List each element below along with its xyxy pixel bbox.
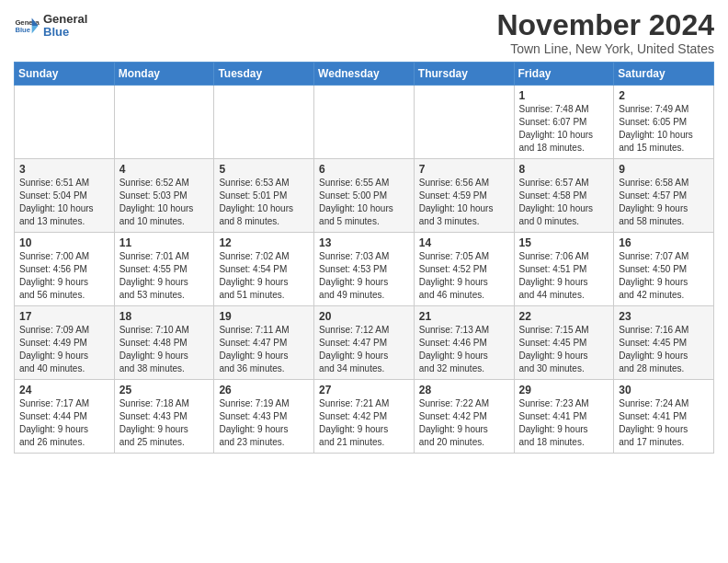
day-info: Sunrise: 7:01 AMSunset: 4:55 PMDaylight:… xyxy=(119,250,210,302)
weekday-header: Sunday xyxy=(15,63,115,86)
day-number: 26 xyxy=(219,384,309,396)
calendar-cell: 1Sunrise: 7:48 AMSunset: 6:07 PMDaylight… xyxy=(514,86,614,159)
calendar-cell: 24Sunrise: 7:17 AMSunset: 4:44 PMDayligh… xyxy=(15,380,115,454)
calendar-cell: 9Sunrise: 6:58 AMSunset: 4:57 PMDaylight… xyxy=(614,159,714,233)
day-number: 13 xyxy=(319,236,409,249)
day-number: 1 xyxy=(519,89,609,102)
calendar-header-row: SundayMondayTuesdayWednesdayThursdayFrid… xyxy=(15,63,714,86)
day-number: 6 xyxy=(319,163,409,176)
day-number: 10 xyxy=(19,236,109,249)
calendar-cell: 2Sunrise: 7:49 AMSunset: 6:05 PMDaylight… xyxy=(614,86,714,159)
calendar-row: 10Sunrise: 7:00 AMSunset: 4:56 PMDayligh… xyxy=(15,233,714,306)
day-info: Sunrise: 6:55 AMSunset: 5:00 PMDaylight:… xyxy=(319,177,409,228)
day-number: 19 xyxy=(219,310,309,323)
svg-marker-3 xyxy=(32,26,39,33)
header: General Blue General Blue November 2024 … xyxy=(14,9,714,56)
calendar-cell xyxy=(214,86,314,159)
calendar-row: 24Sunrise: 7:17 AMSunset: 4:44 PMDayligh… xyxy=(15,380,714,454)
day-number: 11 xyxy=(119,236,210,249)
calendar-row: 3Sunrise: 6:51 AMSunset: 5:04 PMDaylight… xyxy=(15,159,714,233)
calendar-cell: 27Sunrise: 7:21 AMSunset: 4:42 PMDayligh… xyxy=(314,380,415,454)
calendar-cell: 25Sunrise: 7:18 AMSunset: 4:43 PMDayligh… xyxy=(114,380,214,454)
day-number: 12 xyxy=(219,236,309,249)
day-number: 25 xyxy=(119,384,210,396)
day-info: Sunrise: 7:19 AMSunset: 4:43 PMDaylight:… xyxy=(219,397,309,449)
calendar-cell: 17Sunrise: 7:09 AMSunset: 4:49 PMDayligh… xyxy=(15,306,115,380)
calendar-cell: 15Sunrise: 7:06 AMSunset: 4:51 PMDayligh… xyxy=(514,233,614,306)
day-info: Sunrise: 7:13 AMSunset: 4:46 PMDaylight:… xyxy=(419,324,509,375)
day-number: 28 xyxy=(419,384,509,396)
day-number: 8 xyxy=(519,163,609,176)
calendar-cell: 20Sunrise: 7:12 AMSunset: 4:47 PMDayligh… xyxy=(314,306,415,380)
page-subtitle: Town Line, New York, United States xyxy=(496,41,714,56)
day-number: 20 xyxy=(319,310,409,323)
logo-general: General xyxy=(43,13,87,26)
calendar-cell: 23Sunrise: 7:16 AMSunset: 4:45 PMDayligh… xyxy=(614,306,714,380)
day-number: 16 xyxy=(619,236,709,249)
calendar-cell: 16Sunrise: 7:07 AMSunset: 4:50 PMDayligh… xyxy=(614,233,714,306)
day-info: Sunrise: 7:49 AMSunset: 6:05 PMDaylight:… xyxy=(619,103,709,155)
day-info: Sunrise: 6:56 AMSunset: 4:59 PMDaylight:… xyxy=(419,177,509,228)
day-number: 14 xyxy=(419,236,509,249)
calendar-cell: 22Sunrise: 7:15 AMSunset: 4:45 PMDayligh… xyxy=(514,306,614,380)
day-number: 3 xyxy=(19,163,109,176)
calendar-cell xyxy=(314,86,415,159)
day-number: 4 xyxy=(119,163,210,176)
calendar-cell: 11Sunrise: 7:01 AMSunset: 4:55 PMDayligh… xyxy=(114,233,214,306)
calendar-cell: 21Sunrise: 7:13 AMSunset: 4:46 PMDayligh… xyxy=(414,306,514,380)
day-info: Sunrise: 7:17 AMSunset: 4:44 PMDaylight:… xyxy=(19,397,109,449)
day-info: Sunrise: 7:03 AMSunset: 4:53 PMDaylight:… xyxy=(319,250,409,302)
day-info: Sunrise: 7:11 AMSunset: 4:47 PMDaylight:… xyxy=(219,324,309,375)
day-info: Sunrise: 7:22 AMSunset: 4:42 PMDaylight:… xyxy=(419,397,509,449)
day-info: Sunrise: 6:52 AMSunset: 5:03 PMDaylight:… xyxy=(119,177,210,228)
day-info: Sunrise: 7:02 AMSunset: 4:54 PMDaylight:… xyxy=(219,250,309,302)
day-info: Sunrise: 7:21 AMSunset: 4:42 PMDaylight:… xyxy=(319,397,409,449)
logo-blue: Blue xyxy=(43,26,87,39)
logo-icon: General Blue xyxy=(14,13,40,39)
calendar-cell: 7Sunrise: 6:56 AMSunset: 4:59 PMDaylight… xyxy=(414,159,514,233)
calendar-cell xyxy=(15,86,115,159)
day-number: 5 xyxy=(219,163,309,176)
day-number: 15 xyxy=(519,236,609,249)
day-info: Sunrise: 7:24 AMSunset: 4:41 PMDaylight:… xyxy=(619,397,709,449)
day-info: Sunrise: 7:15 AMSunset: 4:45 PMDaylight:… xyxy=(519,324,609,375)
day-info: Sunrise: 6:57 AMSunset: 4:58 PMDaylight:… xyxy=(519,177,609,228)
day-number: 22 xyxy=(519,310,609,323)
day-info: Sunrise: 7:10 AMSunset: 4:48 PMDaylight:… xyxy=(119,324,210,375)
weekday-header: Friday xyxy=(514,63,614,86)
logo-text: General Blue xyxy=(43,13,87,40)
day-number: 18 xyxy=(119,310,210,323)
day-number: 23 xyxy=(619,310,709,323)
day-info: Sunrise: 6:53 AMSunset: 5:01 PMDaylight:… xyxy=(219,177,309,228)
logo: General Blue General Blue xyxy=(14,13,87,40)
calendar-cell: 3Sunrise: 6:51 AMSunset: 5:04 PMDaylight… xyxy=(15,159,115,233)
weekday-header: Monday xyxy=(114,63,214,86)
day-info: Sunrise: 7:12 AMSunset: 4:47 PMDaylight:… xyxy=(319,324,409,375)
calendar-cell: 6Sunrise: 6:55 AMSunset: 5:00 PMDaylight… xyxy=(314,159,415,233)
calendar-cell: 14Sunrise: 7:05 AMSunset: 4:52 PMDayligh… xyxy=(414,233,514,306)
day-info: Sunrise: 7:05 AMSunset: 4:52 PMDaylight:… xyxy=(419,250,509,302)
day-number: 24 xyxy=(19,384,109,396)
calendar-cell: 12Sunrise: 7:02 AMSunset: 4:54 PMDayligh… xyxy=(214,233,314,306)
calendar-cell: 18Sunrise: 7:10 AMSunset: 4:48 PMDayligh… xyxy=(114,306,214,380)
calendar-cell: 19Sunrise: 7:11 AMSunset: 4:47 PMDayligh… xyxy=(214,306,314,380)
calendar-table: SundayMondayTuesdayWednesdayThursdayFrid… xyxy=(14,62,714,454)
calendar-cell: 30Sunrise: 7:24 AMSunset: 4:41 PMDayligh… xyxy=(614,380,714,454)
day-number: 30 xyxy=(619,384,709,396)
calendar-row: 1Sunrise: 7:48 AMSunset: 6:07 PMDaylight… xyxy=(15,86,714,159)
calendar-cell: 26Sunrise: 7:19 AMSunset: 4:43 PMDayligh… xyxy=(214,380,314,454)
calendar-cell: 29Sunrise: 7:23 AMSunset: 4:41 PMDayligh… xyxy=(514,380,614,454)
day-info: Sunrise: 7:48 AMSunset: 6:07 PMDaylight:… xyxy=(519,103,609,155)
calendar-cell: 5Sunrise: 6:53 AMSunset: 5:01 PMDaylight… xyxy=(214,159,314,233)
title-block: November 2024 Town Line, New York, Unite… xyxy=(496,9,714,56)
weekday-header: Thursday xyxy=(414,63,514,86)
day-info: Sunrise: 7:09 AMSunset: 4:49 PMDaylight:… xyxy=(19,324,109,375)
calendar-cell: 10Sunrise: 7:00 AMSunset: 4:56 PMDayligh… xyxy=(15,233,115,306)
day-number: 9 xyxy=(619,163,709,176)
day-number: 2 xyxy=(619,89,709,102)
day-number: 27 xyxy=(319,384,409,396)
calendar-cell: 8Sunrise: 6:57 AMSunset: 4:58 PMDaylight… xyxy=(514,159,614,233)
page: General Blue General Blue November 2024 … xyxy=(0,0,728,467)
day-number: 17 xyxy=(19,310,109,323)
day-info: Sunrise: 7:23 AMSunset: 4:41 PMDaylight:… xyxy=(519,397,609,449)
